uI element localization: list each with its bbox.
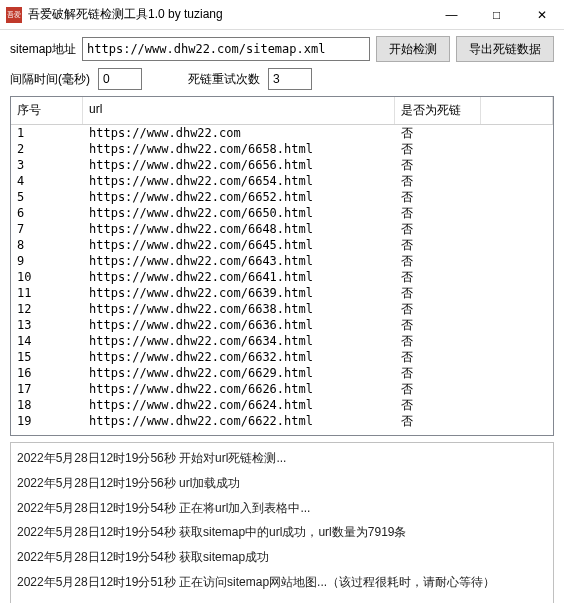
table-row[interactable]: 9https://www.dhw22.com/6643.html否 [11,253,553,269]
cell-index: 1 [11,125,83,141]
log-line: 2022年5月28日12时19分54秒 获取sitemap中的url成功，url… [17,520,547,545]
interval-label: 间隔时间(毫秒) [10,71,90,88]
table-row[interactable]: 7https://www.dhw22.com/6648.html否 [11,221,553,237]
cell-dead: 否 [395,333,481,349]
cell-index: 12 [11,301,83,317]
cell-index: 3 [11,157,83,173]
interval-input[interactable] [98,68,142,90]
cell-index: 15 [11,349,83,365]
cell-url: https://www.dhw22.com/6624.html [83,397,395,413]
minimize-button[interactable]: — [429,0,474,29]
cell-dead: 否 [395,125,481,141]
cell-dead: 否 [395,365,481,381]
cell-url: https://www.dhw22.com/6648.html [83,221,395,237]
table-header: 序号 url 是否为死链 [11,97,553,125]
log-line: 2022年5月28日12时19分56秒 url加载成功 [17,471,547,496]
maximize-button[interactable]: □ [474,0,519,29]
cell-url: https://www.dhw22.com/6638.html [83,301,395,317]
col-spacer [481,97,553,124]
cell-dead: 否 [395,237,481,253]
cell-index: 7 [11,221,83,237]
table-row[interactable]: 1https://www.dhw22.com否 [11,125,553,141]
table-row[interactable]: 10https://www.dhw22.com/6641.html否 [11,269,553,285]
log-panel[interactable]: 2022年5月28日12时19分56秒 开始对url死链检测...2022年5月… [10,442,554,603]
cell-url: https://www.dhw22.com/6629.html [83,365,395,381]
table-row[interactable]: 15https://www.dhw22.com/6632.html否 [11,349,553,365]
cell-dead: 否 [395,205,481,221]
cell-index: 8 [11,237,83,253]
col-url[interactable]: url [83,97,395,124]
cell-index: 16 [11,365,83,381]
cell-url: https://www.dhw22.com/6626.html [83,381,395,397]
cell-dead: 否 [395,317,481,333]
cell-url: https://www.dhw22.com/6634.html [83,333,395,349]
cell-index: 11 [11,285,83,301]
table-row[interactable]: 6https://www.dhw22.com/6650.html否 [11,205,553,221]
window-title: 吾爱破解死链检测工具1.0 by tuziang [28,6,429,23]
cell-dead: 否 [395,253,481,269]
cell-dead: 否 [395,221,481,237]
table-row[interactable]: 14https://www.dhw22.com/6634.html否 [11,333,553,349]
table-row[interactable]: 16https://www.dhw22.com/6629.html否 [11,365,553,381]
cell-url: https://www.dhw22.com/6639.html [83,285,395,301]
cell-url: https://www.dhw22.com/6622.html [83,413,395,429]
table-row[interactable]: 18https://www.dhw22.com/6624.html否 [11,397,553,413]
table-row[interactable]: 17https://www.dhw22.com/6626.html否 [11,381,553,397]
close-button[interactable]: ✕ [519,0,564,29]
table-row[interactable]: 5https://www.dhw22.com/6652.html否 [11,189,553,205]
results-table: 序号 url 是否为死链 1https://www.dhw22.com否2htt… [10,96,554,436]
cell-dead: 否 [395,381,481,397]
cell-dead: 否 [395,397,481,413]
log-line: 2022年5月28日12时19分54秒 正在将url加入到表格中... [17,496,547,521]
table-row[interactable]: 4https://www.dhw22.com/6654.html否 [11,173,553,189]
cell-index: 18 [11,397,83,413]
cell-url: https://www.dhw22.com/6645.html [83,237,395,253]
cell-url: https://www.dhw22.com/6632.html [83,349,395,365]
retry-input[interactable] [268,68,312,90]
sitemap-input[interactable] [82,37,370,61]
cell-url: https://www.dhw22.com/6652.html [83,189,395,205]
cell-dead: 否 [395,157,481,173]
cell-index: 5 [11,189,83,205]
table-row[interactable]: 12https://www.dhw22.com/6638.html否 [11,301,553,317]
cell-url: https://www.dhw22.com/6636.html [83,317,395,333]
cell-index: 2 [11,141,83,157]
cell-index: 13 [11,317,83,333]
cell-url: https://www.dhw22.com/6641.html [83,269,395,285]
cell-url: https://www.dhw22.com/6643.html [83,253,395,269]
cell-url: https://www.dhw22.com/6654.html [83,173,395,189]
table-row[interactable]: 19https://www.dhw22.com/6622.html否 [11,413,553,429]
table-row[interactable]: 2https://www.dhw22.com/6658.html否 [11,141,553,157]
table-row[interactable]: 13https://www.dhw22.com/6636.html否 [11,317,553,333]
table-row[interactable]: 8https://www.dhw22.com/6645.html否 [11,237,553,253]
cell-dead: 否 [395,413,481,429]
log-line: 2022年5月28日12时19分51秒 正在访问sitemap网站地图...（该… [17,570,547,595]
cell-url: https://www.dhw22.com/6650.html [83,205,395,221]
toolbar-row-1: sitemap地址 开始检测 导出死链数据 [0,30,564,68]
cell-index: 10 [11,269,83,285]
table-row[interactable]: 11https://www.dhw22.com/6639.html否 [11,285,553,301]
cell-url: https://www.dhw22.com [83,125,395,141]
col-dead[interactable]: 是否为死链 [395,97,481,124]
cell-url: https://www.dhw22.com/6658.html [83,141,395,157]
start-button[interactable]: 开始检测 [376,36,450,62]
col-index[interactable]: 序号 [11,97,83,124]
retry-label: 死链重试次数 [188,71,260,88]
sitemap-label: sitemap地址 [10,41,76,58]
cell-url: https://www.dhw22.com/6656.html [83,157,395,173]
cell-dead: 否 [395,141,481,157]
table-row[interactable]: 3https://www.dhw22.com/6656.html否 [11,157,553,173]
cell-dead: 否 [395,349,481,365]
export-button[interactable]: 导出死链数据 [456,36,554,62]
cell-index: 4 [11,173,83,189]
cell-dead: 否 [395,301,481,317]
cell-index: 19 [11,413,83,429]
table-body[interactable]: 1https://www.dhw22.com否2https://www.dhw2… [11,125,553,436]
window-controls: — □ ✕ [429,0,564,29]
log-line: 2022年5月28日12时19分54秒 获取sitemap成功 [17,545,547,570]
toolbar-row-2: 间隔时间(毫秒) 死链重试次数 [0,68,564,96]
cell-dead: 否 [395,285,481,301]
cell-index: 9 [11,253,83,269]
cell-dead: 否 [395,269,481,285]
cell-index: 17 [11,381,83,397]
